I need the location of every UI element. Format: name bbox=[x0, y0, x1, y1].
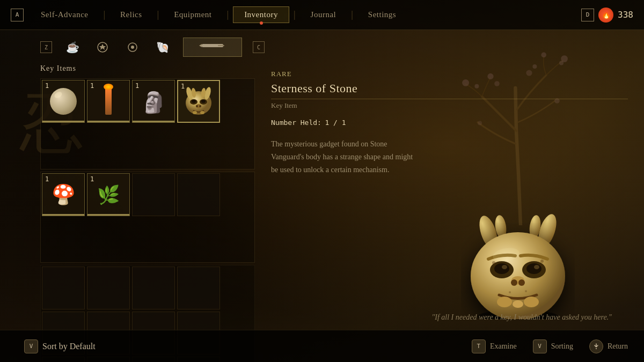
stone-ball-item bbox=[50, 88, 77, 115]
category-bar: Z ☕ 🐚 C bbox=[40, 38, 265, 57]
slot-5-inner: 1 🍄 bbox=[42, 174, 84, 216]
item-count-6: 1 bbox=[90, 175, 94, 183]
sorting-label: Sorting bbox=[551, 342, 573, 351]
nav-right-key: D bbox=[581, 9, 594, 21]
item-type: Key Item bbox=[271, 101, 628, 110]
svg-point-51 bbox=[509, 291, 511, 293]
nav-separator-2: | bbox=[157, 9, 159, 20]
nav-separator-4: | bbox=[294, 9, 296, 20]
slot-6-underline bbox=[87, 214, 129, 216]
nav-left-key: A bbox=[11, 9, 24, 21]
bottom-bar: V Sort by Default T Examine V Sorting Re… bbox=[0, 330, 644, 362]
category-icon-2[interactable] bbox=[93, 38, 112, 57]
nav-items-container: Self-Advance | Relics | Equipment | Inve… bbox=[30, 6, 581, 23]
item-count-5: 1 bbox=[45, 175, 49, 183]
nav-item-relics[interactable]: Relics bbox=[109, 7, 153, 23]
currency-icon: 🔥 bbox=[598, 8, 613, 23]
section-label: Key Items bbox=[40, 64, 255, 73]
nav-item-self-advance[interactable]: Self-Advance bbox=[30, 7, 99, 23]
top-navigation: A Self-Advance | Relics | Equipment | In… bbox=[0, 0, 644, 30]
item-slot-8[interactable] bbox=[177, 173, 220, 216]
svg-point-42 bbox=[534, 265, 539, 269]
category-icon-3[interactable] bbox=[123, 38, 142, 57]
key-items-grid: 1 1 1 🗿 bbox=[40, 78, 255, 169]
slot-2-inner: 1 bbox=[87, 80, 129, 122]
category-right-key: C bbox=[253, 41, 265, 53]
empty-slot-2[interactable] bbox=[87, 267, 130, 309]
svg-point-47 bbox=[524, 297, 539, 307]
held-label: Number Held: bbox=[271, 119, 321, 127]
category-icon-1[interactable]: ☕ bbox=[63, 38, 82, 57]
currency-amount: 338 bbox=[618, 10, 633, 20]
item-slot-4[interactable]: 1 bbox=[177, 80, 220, 123]
svg-point-52 bbox=[525, 290, 527, 292]
empty-slot-4[interactable] bbox=[177, 267, 220, 309]
svg-point-50 bbox=[540, 260, 544, 263]
nav-item-equipment[interactable]: Equipment bbox=[163, 7, 222, 23]
slot-3-inner: 1 🗿 bbox=[133, 80, 174, 122]
sorting-key: V bbox=[533, 339, 547, 353]
mushroom-item-1: 🍄 bbox=[52, 183, 76, 206]
inventory-panel: Key Items 1 1 1 bbox=[40, 64, 255, 330]
nav-item-settings[interactable]: Settings bbox=[357, 7, 407, 23]
beast-face-svg bbox=[183, 86, 214, 117]
nav-item-inventory[interactable]: Inventory bbox=[233, 6, 289, 23]
preview-3d-container bbox=[459, 212, 566, 308]
nav-separator-5: | bbox=[351, 9, 353, 20]
item-slot-1[interactable]: 1 bbox=[42, 80, 85, 123]
sorting-action[interactable]: V Sorting bbox=[533, 339, 573, 353]
examine-action[interactable]: T Examine bbox=[472, 339, 517, 353]
slot-6-inner: 1 🌿 bbox=[87, 174, 129, 216]
svg-point-30 bbox=[200, 111, 204, 114]
svg-point-45 bbox=[518, 279, 525, 286]
svg-point-49 bbox=[492, 261, 495, 264]
svg-point-27 bbox=[196, 105, 198, 107]
svg-point-3 bbox=[541, 53, 546, 58]
item-count-3: 1 bbox=[135, 82, 139, 90]
sort-button[interactable]: V Sort by Default bbox=[24, 339, 96, 353]
svg-point-40 bbox=[526, 263, 541, 274]
svg-marker-15 bbox=[199, 44, 202, 47]
item-slot-3[interactable]: 1 🗿 bbox=[132, 80, 175, 123]
item-slot-5[interactable]: 1 🍄 bbox=[42, 173, 85, 216]
mushroom-item-2: 🌿 bbox=[97, 184, 120, 205]
bottom-quote: "If all I needed were a key, I wouldn't … bbox=[431, 313, 612, 322]
face-mask-item: 🗿 bbox=[141, 91, 166, 114]
examine-key: T bbox=[472, 339, 486, 353]
category-selected-box[interactable] bbox=[183, 38, 242, 57]
item-description: The mysterious gadget found on Stone Van… bbox=[271, 138, 421, 176]
slot-8-inner bbox=[178, 174, 219, 216]
item-slot-2[interactable]: 1 bbox=[87, 80, 130, 123]
svg-point-54 bbox=[596, 348, 597, 349]
empty-slot-3[interactable] bbox=[132, 267, 175, 309]
svg-point-48 bbox=[513, 300, 523, 308]
item-count-2: 1 bbox=[90, 82, 94, 90]
category-icon-4[interactable]: 🐚 bbox=[153, 38, 172, 57]
slot-1-inner: 1 bbox=[42, 80, 84, 122]
item-count-1: 1 bbox=[45, 82, 49, 90]
empty-slot-1[interactable] bbox=[42, 267, 85, 309]
stone-face-3d-svg bbox=[459, 212, 577, 319]
item-held: Number Held: 1 / 1 bbox=[271, 119, 628, 127]
item-slot-6[interactable]: 1 🌿 bbox=[87, 173, 130, 216]
item-name: Sterness of Stone bbox=[271, 82, 628, 99]
held-value: 1 / 1 bbox=[325, 119, 346, 127]
svg-point-28 bbox=[199, 105, 201, 107]
nav-separator-1: | bbox=[103, 9, 105, 20]
svg-point-46 bbox=[497, 297, 512, 307]
nav-separator-3: | bbox=[227, 9, 229, 20]
slot-5-underline bbox=[42, 214, 84, 216]
nav-item-journal[interactable]: Journal bbox=[300, 7, 347, 23]
slot-1-underline bbox=[42, 121, 84, 122]
return-action[interactable]: Return bbox=[589, 339, 628, 353]
sort-key-badge: V bbox=[24, 339, 38, 353]
return-key bbox=[589, 339, 603, 353]
item-slot-7[interactable] bbox=[132, 173, 175, 216]
nav-right-section: D 🔥 338 bbox=[581, 8, 633, 23]
svg-point-13 bbox=[131, 46, 134, 49]
key-items-grid-row2: 1 🍄 1 🌿 bbox=[40, 172, 255, 263]
return-label: Return bbox=[608, 342, 628, 351]
svg-point-24 bbox=[192, 100, 196, 103]
svg-point-41 bbox=[502, 265, 507, 269]
slot-3-underline bbox=[133, 121, 174, 122]
